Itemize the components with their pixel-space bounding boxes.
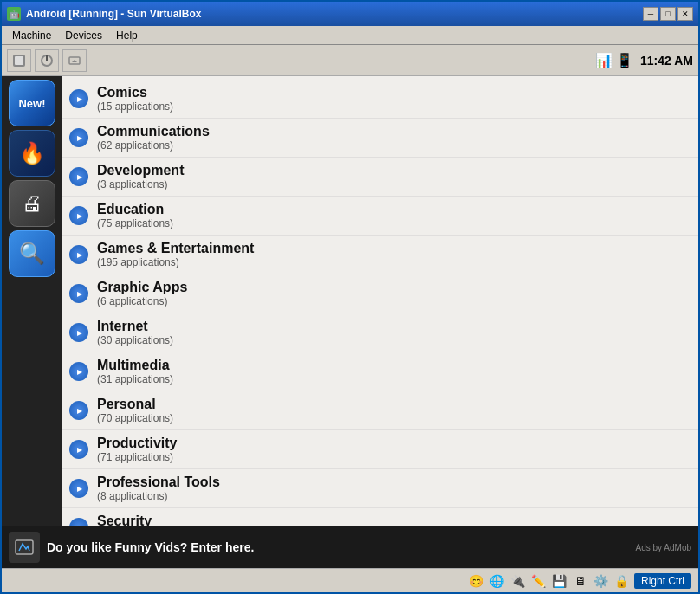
app-info: Personal (70 applications) — [97, 397, 173, 424]
app-count: (62 applications) — [97, 139, 210, 152]
menu-help[interactable]: Help — [109, 28, 145, 43]
app-name: Communications — [97, 124, 210, 139]
right-ctrl-label: Right Ctrl — [634, 573, 691, 589]
flame-icon: 🔥 — [19, 141, 45, 165]
network-icon: 🌐 — [489, 572, 506, 590]
list-item[interactable]: Personal (70 applications) — [62, 391, 698, 430]
device-icon: 📱 — [616, 52, 633, 68]
toolbar-btn-1[interactable] — [7, 49, 31, 72]
app-name: Personal — [97, 397, 173, 412]
edit-icon: ✏️ — [530, 572, 548, 590]
app-count: (8 applications) — [97, 490, 220, 502]
list-item[interactable]: Graphic Apps (6 applications) — [62, 274, 698, 313]
window-title: Android [Running] - Sun VirtualBox — [26, 8, 201, 20]
printer-icon: 🖨 — [22, 191, 42, 216]
app-count: (6 applications) — [97, 295, 187, 307]
app-count: (75 applications) — [97, 217, 173, 229]
ad-text: Do you like Funny Vids? Enter here. — [47, 540, 254, 554]
toolbar-btn-3[interactable] — [62, 49, 87, 72]
list-item[interactable]: Multimedia (31 applications) — [62, 352, 698, 391]
close-button[interactable]: ✕ — [677, 7, 693, 21]
arrow-icon — [69, 518, 88, 526]
app-name: Productivity — [97, 436, 177, 451]
app-count: (195 applications) — [97, 256, 254, 268]
monitor-icon: 🖥 — [572, 572, 589, 590]
app-info: Professional Tools (8 applications) — [97, 475, 220, 502]
app-count: (3 applications) — [97, 178, 184, 190]
app-info: Graphic Apps (6 applications) — [97, 280, 187, 307]
status-bar: 😊 🌐 🔌 ✏️ 💾 🖥 ⚙️ 🔒 Right Ctrl — [2, 568, 698, 592]
app-count: (71 applications) — [97, 451, 177, 463]
hdd-icon: 💾 — [551, 572, 568, 590]
app-name: Security — [97, 513, 173, 526]
content-area: New! 🔥 🖨 🔍 Comics (15 applications) Comm… — [2, 76, 698, 526]
status-icons: 📊 📱 — [595, 52, 633, 68]
settings-icon: ⚙️ — [593, 572, 610, 590]
app-name: Education — [97, 202, 173, 217]
menu-devices[interactable]: Devices — [58, 28, 109, 43]
arrow-icon — [69, 89, 88, 108]
app-info: Productivity (71 applications) — [97, 436, 177, 463]
arrow-icon — [69, 440, 88, 459]
app-name: Graphic Apps — [97, 280, 187, 295]
app-count: (30 applications) — [97, 334, 173, 346]
app-count: (70 applications) — [97, 412, 173, 424]
new-sidebar-button[interactable]: New! — [9, 80, 55, 126]
ad-bar: Do you like Funny Vids? Enter here. Ads … — [2, 526, 698, 568]
menu-machine[interactable]: Machine — [5, 28, 58, 43]
app-name: Games & Entertainment — [97, 241, 254, 256]
arrow-icon — [69, 362, 88, 381]
title-bar: 🤖 Android [Running] - Sun VirtualBox ─ □… — [2, 2, 698, 26]
app-info: Games & Entertainment (195 applications) — [97, 241, 254, 268]
list-item[interactable]: Security (13 applications) — [62, 508, 698, 526]
list-item[interactable]: Development (3 applications) — [62, 158, 698, 197]
print-sidebar-button[interactable]: 🖨 — [9, 180, 55, 227]
app-info: Multimedia (31 applications) — [97, 358, 173, 385]
search-sidebar-button[interactable]: 🔍 — [9, 230, 55, 277]
sidebar: New! 🔥 🖨 🔍 — [2, 76, 62, 526]
arrow-icon — [69, 245, 88, 264]
flame-sidebar-button[interactable]: 🔥 — [9, 130, 55, 177]
app-name: Professional Tools — [97, 475, 220, 490]
arrow-icon — [69, 323, 88, 342]
list-item[interactable]: Games & Entertainment (195 applications) — [62, 236, 698, 274]
svg-rect-1 — [15, 56, 23, 65]
arrow-icon — [69, 206, 88, 225]
arrow-icon — [69, 479, 88, 498]
signal-icon: 📊 — [595, 52, 612, 68]
toolbar-btn-2[interactable] — [35, 49, 59, 72]
list-item[interactable]: Internet (30 applications) — [62, 313, 698, 352]
app-count: (15 applications) — [97, 100, 173, 113]
arrow-icon — [69, 167, 88, 186]
list-item[interactable]: Education (75 applications) — [62, 197, 698, 236]
app-name: Development — [97, 163, 184, 178]
toolbar: 📊 📱 11:42 AM — [2, 45, 698, 76]
app-info: Comics (15 applications) — [97, 85, 173, 113]
app-name: Multimedia — [97, 358, 173, 373]
maximize-button[interactable]: □ — [660, 7, 676, 21]
category-list: Comics (15 applications) Communications … — [62, 76, 698, 526]
smiley-icon: 😊 — [468, 572, 485, 590]
lock-icon: 🔒 — [613, 572, 631, 590]
clock-display: 11:42 AM — [640, 54, 693, 68]
svg-marker-5 — [72, 60, 77, 62]
list-item[interactable]: Communications (62 applications) — [62, 119, 698, 158]
menu-bar: Machine Devices Help — [2, 26, 698, 45]
magnifier-icon: 🔍 — [19, 242, 45, 266]
ad-icon — [9, 532, 40, 563]
app-info: Security (13 applications) — [97, 513, 173, 526]
arrow-icon — [69, 401, 88, 420]
title-bar-buttons: ─ □ ✕ — [643, 7, 693, 21]
list-item[interactable]: Productivity (71 applications) — [62, 430, 698, 469]
title-bar-left: 🤖 Android [Running] - Sun VirtualBox — [7, 7, 201, 21]
arrow-icon — [69, 284, 88, 303]
app-name: Internet — [97, 319, 173, 334]
list-item[interactable]: Comics (15 applications) — [62, 80, 698, 119]
new-icon: New! — [18, 97, 45, 110]
ad-attribution: Ads by AdMob — [636, 543, 691, 552]
usb-icon: 🔌 — [509, 572, 527, 590]
minimize-button[interactable]: ─ — [643, 7, 658, 21]
app-info: Internet (30 applications) — [97, 319, 173, 346]
app-info: Education (75 applications) — [97, 202, 173, 229]
list-item[interactable]: Professional Tools (8 applications) — [62, 469, 698, 508]
